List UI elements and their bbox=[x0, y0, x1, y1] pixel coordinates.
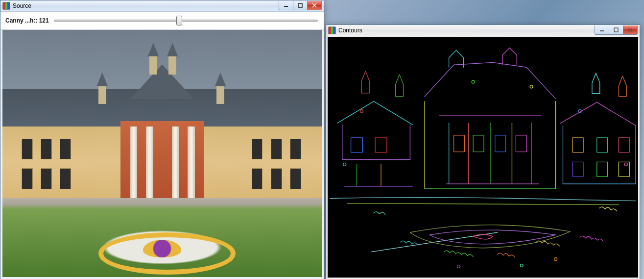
source-image-viewport bbox=[2, 30, 322, 277]
canny-threshold-label: Canny ...h:: 121 bbox=[5, 17, 49, 24]
contours-image bbox=[328, 37, 638, 278]
canny-slider-wrap bbox=[53, 15, 319, 26]
minimize-button[interactable] bbox=[279, 1, 293, 10]
contours-title: Contours bbox=[338, 27, 362, 34]
contours-image-viewport bbox=[328, 37, 638, 278]
window-buttons bbox=[279, 1, 322, 11]
canny-threshold-slider[interactable] bbox=[54, 16, 318, 25]
canny-threshold-value: 121 bbox=[39, 17, 49, 24]
canny-label-prefix: Canny ...h:: bbox=[5, 17, 39, 24]
minimize-button[interactable] bbox=[595, 25, 609, 35]
maximize-button[interactable] bbox=[609, 25, 623, 35]
source-title: Source bbox=[13, 2, 31, 9]
opencv-icon bbox=[2, 2, 10, 10]
close-button[interactable] bbox=[307, 1, 322, 10]
opencv-icon bbox=[328, 26, 336, 34]
maximize-button[interactable] bbox=[293, 1, 308, 10]
contours-titlebar[interactable]: Contours bbox=[326, 25, 640, 36]
contours-window: Contours bbox=[326, 25, 640, 279]
window-buttons bbox=[595, 25, 638, 35]
svg-rect-5 bbox=[614, 28, 618, 32]
canny-toolbar: Canny ...h:: 121 bbox=[0, 12, 324, 30]
source-image bbox=[2, 30, 322, 277]
svg-rect-1 bbox=[298, 3, 302, 7]
source-window: Source Canny ...h:: 121 bbox=[0, 0, 324, 279]
svg-rect-8 bbox=[328, 38, 638, 276]
source-titlebar[interactable]: Source bbox=[0, 0, 324, 12]
close-button[interactable] bbox=[623, 25, 638, 35]
